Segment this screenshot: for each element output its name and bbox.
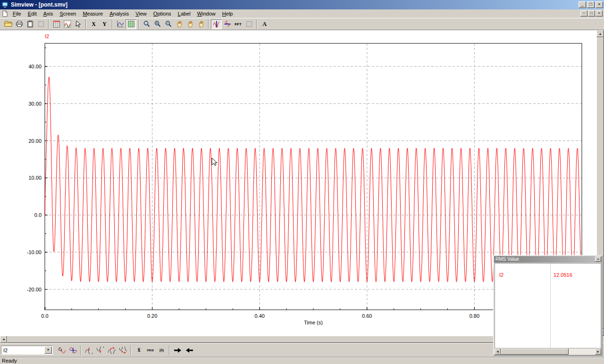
rms-horizontal-scrollbar[interactable]: ◄ ►	[495, 348, 601, 355]
child-window-icon[interactable]	[1, 10, 8, 17]
global-max-button[interactable]	[84, 345, 94, 355]
menu-options[interactable]: Options	[150, 10, 175, 17]
next-peak-button[interactable]	[106, 345, 117, 355]
fft-label: FFT	[235, 22, 242, 26]
average-abs-label: |x̄|	[159, 348, 164, 352]
wave-max-icon	[85, 347, 93, 354]
curves-icon	[64, 20, 71, 28]
rms-column-divider	[550, 264, 551, 348]
toolbar-separator	[112, 19, 113, 29]
rms-scroll-right-button[interactable]: ►	[595, 348, 601, 355]
next-valley-button[interactable]	[117, 345, 128, 355]
next-point-right-button[interactable]	[172, 345, 183, 355]
x-axis-settings-button[interactable]: X	[88, 19, 99, 29]
plot-properties-button[interactable]	[62, 19, 73, 29]
app-icon	[1, 1, 9, 8]
magnifier-minus-icon	[165, 20, 172, 28]
pan-vertical-button[interactable]	[195, 19, 206, 29]
print-button[interactable]	[14, 19, 25, 29]
signal-selector[interactable]: I2 ▼	[1, 346, 53, 355]
copy-button[interactable]	[25, 19, 35, 29]
magnifier-icon	[143, 20, 151, 28]
menu-analysis[interactable]: Analysis	[106, 10, 132, 17]
menu-view[interactable]: View	[132, 10, 150, 17]
rms-scrollbar-track[interactable]	[501, 348, 595, 355]
view-data-points-button[interactable]	[51, 19, 62, 29]
toolbar-separator	[85, 19, 86, 29]
menu-file[interactable]: File	[9, 10, 25, 17]
pan-button[interactable]	[174, 19, 185, 29]
scroll-up-button[interactable]: ▲	[596, 30, 604, 37]
pan-horizontal-button[interactable]	[185, 19, 195, 29]
zoom-out-button[interactable]	[163, 19, 174, 29]
menu-window[interactable]: Window	[194, 10, 219, 17]
average-abs-button[interactable]: |x̄|	[156, 345, 167, 355]
hand-icon	[186, 20, 194, 28]
menu-label[interactable]: Label	[175, 10, 194, 17]
clipboard-icon	[26, 20, 34, 28]
svg-text:Time (s): Time (s)	[304, 320, 323, 325]
wave-next-peak-icon	[108, 347, 116, 354]
y-axis-settings-button[interactable]: Y	[99, 19, 110, 29]
menu-measure[interactable]: Measure	[79, 10, 106, 17]
grid-icon	[127, 20, 135, 28]
rms-close-button[interactable]: ×	[595, 256, 601, 262]
select-button[interactable]	[73, 19, 84, 29]
toolbar-separator	[48, 19, 49, 29]
menu-edit[interactable]: Edit	[25, 10, 40, 17]
x-axis-settings-label: X	[92, 21, 96, 28]
measure-snap-button[interactable]	[56, 345, 67, 355]
maximize-button[interactable]: □	[587, 1, 595, 8]
svg-text:-20.00: -20.00	[27, 287, 42, 292]
mdi-close-button[interactable]: ×	[596, 10, 603, 17]
measure-y-button[interactable]	[222, 19, 233, 29]
blank-icon	[245, 20, 253, 28]
grid-button[interactable]	[126, 19, 136, 29]
blank-icon	[37, 20, 45, 28]
menu-help[interactable]: Help	[219, 10, 236, 17]
pointer-icon	[75, 20, 82, 28]
unavailable-1-button[interactable]	[35, 19, 46, 29]
add-text-button[interactable]: A	[259, 19, 270, 29]
global-min-button[interactable]	[95, 345, 106, 355]
rms-value-window[interactable]: RMS Value × I212.0516 ◄ ►	[493, 255, 603, 356]
mdi-restore-button[interactable]: □	[588, 10, 595, 17]
rms-window-titlebar[interactable]: RMS Value ×	[494, 256, 602, 263]
zoom-in-button[interactable]	[152, 19, 163, 29]
signal-selector-value: I2	[1, 347, 44, 353]
minimize-button[interactable]: _	[579, 1, 586, 8]
measure-crosshair-button[interactable]	[67, 345, 78, 355]
mdi-minimize-button[interactable]: −	[580, 10, 587, 17]
next-point-left-button[interactable]	[184, 345, 194, 355]
svg-text:0.0: 0.0	[41, 313, 48, 319]
measure-y-icon	[224, 20, 231, 28]
scroll-left-button[interactable]: ◄	[0, 336, 7, 343]
measure-x-button[interactable]	[211, 19, 222, 29]
menu-axis[interactable]: Axis	[40, 10, 57, 17]
average-button[interactable]: x̄	[134, 345, 144, 355]
svg-text:10.00: 10.00	[28, 175, 42, 181]
close-button[interactable]: ×	[596, 1, 603, 8]
svg-text:0.0: 0.0	[34, 212, 42, 218]
menu-screen[interactable]: Screen	[57, 10, 80, 17]
arrow-right-icon	[174, 347, 182, 354]
dropdown-arrow-icon[interactable]: ▼	[44, 347, 52, 354]
add-text-label: A	[262, 21, 267, 28]
status-bar: Ready	[0, 357, 604, 364]
title-bar[interactable]: Simview - [pont.smv] _ □ ×	[0, 0, 604, 9]
window-title: Simview - [pont.smv]	[11, 1, 67, 8]
rms-scrollbar-thumb[interactable]	[501, 348, 569, 355]
open-button[interactable]	[3, 19, 14, 29]
zoom-button[interactable]	[141, 19, 152, 29]
toolbar-separator	[256, 19, 257, 29]
svg-text:40.00: 40.00	[28, 64, 42, 69]
add-screen-button[interactable]	[115, 19, 126, 29]
svg-text:0.80: 0.80	[470, 313, 479, 319]
fft-button[interactable]: FFT	[233, 19, 243, 29]
rms-button[interactable]: rms	[145, 345, 156, 355]
rms-scroll-left-button[interactable]: ◄	[495, 348, 501, 355]
unavailable-2-button[interactable]	[243, 19, 254, 29]
toolbar-separator	[130, 346, 131, 355]
wave-min-icon	[96, 347, 105, 354]
rms-window-content: I212.0516	[495, 263, 601, 348]
